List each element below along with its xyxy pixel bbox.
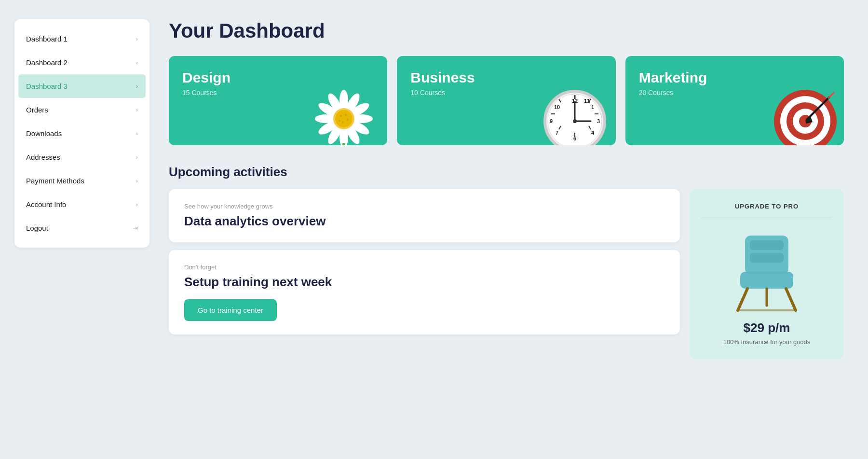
svg-line-50: [828, 94, 833, 98]
svg-text:11: 11: [584, 98, 590, 104]
svg-rect-54: [740, 272, 793, 289]
svg-rect-19: [342, 143, 345, 145]
sidebar-item-dashboard1[interactable]: Dashboard 1 ›: [14, 27, 149, 51]
chevron-right-icon: ›: [136, 106, 138, 113]
sidebar: Dashboard 1 › Dashboard 2 › Dashboard 3 …: [14, 19, 149, 248]
upgrade-title: UPGRADE TO PRO: [735, 203, 799, 210]
svg-text:10: 10: [554, 104, 560, 110]
svg-line-56: [786, 289, 796, 310]
category-card-business[interactable]: Business 10 Courses: [397, 56, 615, 145]
upgrade-card: UPGRADE TO PRO: [690, 189, 844, 359]
sidebar-item-label: Dashboard 3: [26, 82, 68, 90]
sidebar-item-label: Downloads: [26, 129, 62, 138]
activity-title-2: Setup training next week: [184, 275, 665, 290]
activity-card-1: See how your knowledge grows Data analyt…: [169, 189, 680, 242]
activity-label-1: See how your knowledge grows: [184, 203, 665, 210]
activities-layout: See how your knowledge grows Data analyt…: [169, 189, 844, 359]
svg-text:7: 7: [556, 130, 558, 136]
svg-point-17: [342, 121, 344, 123]
sidebar-item-label: Account Info: [26, 200, 66, 209]
sidebar-item-account-info[interactable]: Account Info ›: [14, 193, 149, 216]
sidebar-item-dashboard2[interactable]: Dashboard 2 ›: [14, 51, 149, 74]
svg-line-55: [738, 289, 747, 310]
svg-point-16: [347, 119, 349, 121]
chair-image: [719, 226, 815, 313]
sidebar-item-downloads[interactable]: Downloads ›: [14, 122, 149, 145]
chevron-right-icon: ›: [136, 83, 138, 90]
chevron-right-icon: ›: [136, 177, 138, 184]
svg-rect-53: [750, 253, 784, 263]
activity-label-2: Don't forget: [184, 264, 665, 271]
sidebar-item-dashboard3[interactable]: Dashboard 3 ›: [18, 74, 146, 98]
svg-point-15: [345, 114, 347, 116]
clock-image: 12 1 3 4 6 7 9 10 11: [539, 78, 611, 145]
activity-card-2: Don't forget Setup training next week Go…: [169, 250, 680, 334]
main-content: Your Dashboard Design 15 Courses: [169, 19, 844, 359]
svg-point-13: [335, 110, 353, 127]
sidebar-item-orders[interactable]: Orders ›: [14, 98, 149, 122]
sidebar-item-label: Addresses: [26, 153, 60, 161]
svg-rect-52: [750, 240, 784, 250]
chevron-right-icon: ›: [136, 59, 138, 66]
upgrade-description: 100% Insurance for your goods: [723, 338, 811, 346]
logout-icon: ⇥: [133, 224, 138, 232]
category-cards: Design 15 Courses: [169, 56, 844, 145]
svg-point-41: [573, 119, 577, 123]
sidebar-item-addresses[interactable]: Addresses ›: [14, 145, 149, 169]
sidebar-item-logout[interactable]: Logout ⇥: [14, 216, 149, 240]
sidebar-item-label: Logout: [26, 224, 48, 232]
chevron-right-icon: ›: [136, 130, 138, 137]
activities-list: See how your knowledge grows Data analyt…: [169, 189, 680, 359]
chevron-right-icon: ›: [136, 35, 138, 42]
category-card-design[interactable]: Design 15 Courses: [169, 56, 387, 145]
sidebar-item-label: Dashboard 2: [26, 58, 68, 67]
upgrade-divider: [701, 218, 832, 218]
target-image: [767, 78, 839, 145]
upgrade-price: $29 p/m: [744, 320, 790, 335]
svg-text:6: 6: [573, 136, 576, 141]
svg-text:1: 1: [591, 104, 594, 110]
chevron-right-icon: ›: [136, 201, 138, 208]
activity-title-1: Data analytics overview: [184, 214, 665, 229]
upcoming-activities-title: Upcoming activities: [169, 165, 844, 180]
sidebar-item-payment-methods[interactable]: Payment Methods ›: [14, 169, 149, 193]
sidebar-item-label: Dashboard 1: [26, 35, 68, 43]
svg-point-18: [339, 120, 340, 122]
go-to-training-button[interactable]: Go to training center: [184, 299, 277, 321]
category-card-marketing[interactable]: Marketing 20 Courses: [625, 56, 844, 145]
daisy-image: [305, 78, 382, 145]
sidebar-item-label: Orders: [26, 106, 48, 114]
svg-text:3: 3: [597, 118, 600, 124]
page-title: Your Dashboard: [169, 19, 844, 42]
svg-text:4: 4: [591, 130, 595, 136]
sidebar-item-label: Payment Methods: [26, 177, 84, 185]
chevron-right-icon: ›: [136, 153, 138, 161]
svg-text:9: 9: [550, 118, 553, 124]
svg-point-14: [340, 115, 342, 117]
